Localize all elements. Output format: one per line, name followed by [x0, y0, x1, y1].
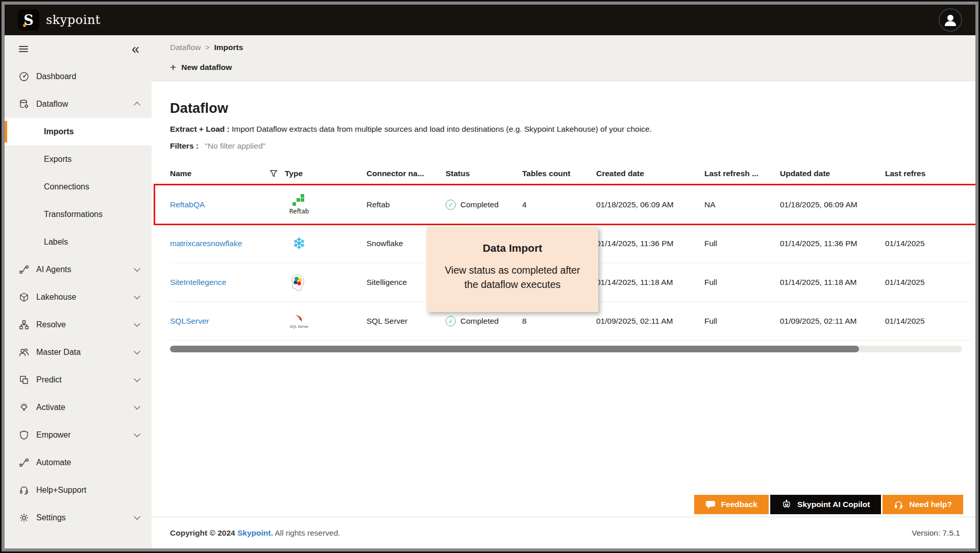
sidebar-item-settings[interactable]: Settings [5, 504, 152, 532]
dataflow-link[interactable]: SQLServer [170, 317, 209, 325]
overlap-squares-icon [18, 375, 29, 386]
last-refresh-date: 01/14/2025 [885, 317, 971, 326]
created-date: 01/14/2025, 11:18 AM [596, 278, 704, 287]
last-refresh-date: 01/14/2025 [885, 239, 971, 248]
lightbulb-icon [18, 402, 29, 413]
table-row[interactable]: ReftabQA Reftab [170, 185, 971, 224]
sidebar-item-transformations[interactable]: Transformations [5, 201, 152, 228]
column-header-last-refresh-date[interactable]: Last refres [885, 169, 971, 178]
dataflow-table: Name Type Connector na... Status Tables … [170, 162, 971, 352]
sidebar-item-label: Dataflow [36, 100, 68, 109]
page-header: Dataflow > Imports + New dataflow [152, 35, 975, 81]
sidebar-item-label: Lakehouse [36, 293, 76, 302]
logo-dot [23, 24, 26, 27]
copyright-prefix: Copyright © 2024 [170, 528, 237, 537]
filters-label: Filters : [170, 141, 199, 150]
created-date: 01/14/2025, 11:36 PM [596, 239, 704, 248]
tooltip-body: View status as completed after the dataf… [440, 263, 585, 292]
sidebar-item-dashboard[interactable]: Dashboard [5, 63, 152, 90]
sidebar-item-label: Imports [44, 127, 74, 136]
sidebar-item-imports[interactable]: Imports [5, 118, 152, 146]
chevron-down-icon [134, 265, 140, 272]
last-refresh-type: Full [704, 239, 780, 248]
dataflow-link[interactable]: SiteIntellegence [170, 278, 226, 286]
tooltip-title: Data Import [483, 242, 543, 254]
column-header-tables-count[interactable]: Tables count [522, 169, 596, 178]
filters-value: "No filter applied" [205, 141, 265, 150]
breadcrumb: Dataflow > Imports [152, 35, 975, 55]
filters-line: Filters : "No filter applied" [170, 141, 975, 151]
column-header-created-date[interactable]: Created date [596, 169, 704, 178]
copyright-suffix: All rights reserved. [273, 528, 340, 537]
breadcrumb-imports: Imports [214, 43, 243, 52]
page-title: Dataflow [170, 101, 975, 116]
hamburger-menu-icon[interactable] [18, 44, 29, 54]
chevron-down-icon [134, 513, 140, 520]
people-icon [18, 347, 29, 358]
feedback-button[interactable]: Feedback [694, 495, 769, 514]
sidebar-item-connections[interactable]: Connections [5, 173, 152, 201]
reftab-logo: Reftab [285, 194, 313, 215]
skypoint-logo-icon: S [18, 9, 39, 31]
column-header-updated-date[interactable]: Updated date [780, 169, 885, 178]
updated-date: 01/09/2025, 02:11 AM [780, 317, 885, 326]
completed-check-icon: ✓ [446, 200, 456, 210]
description-rest: Import Dataflow extracts data from multi… [230, 125, 652, 133]
sidebar-item-automate[interactable]: Automate [5, 449, 152, 476]
sidebar-item-help-support[interactable]: Help+Support [5, 476, 152, 504]
scrollbar-thumb[interactable] [170, 346, 859, 352]
need-help-label: Need help? [909, 500, 952, 509]
skypoint-footer-link[interactable]: Skypoint. [237, 528, 273, 537]
status-label: Completed [460, 200, 499, 209]
sidebar-item-dataflow[interactable]: Dataflow [5, 90, 152, 118]
breadcrumb-dataflow[interactable]: Dataflow [170, 43, 201, 52]
horizontal-scrollbar[interactable] [170, 346, 962, 352]
sidebar-item-label: Connections [44, 182, 89, 191]
database-icon [18, 99, 29, 110]
chevron-down-icon [134, 348, 140, 354]
data-import-tooltip: Data Import View status as completed aft… [427, 227, 598, 312]
dataflow-link[interactable]: ReftabQA [170, 200, 205, 209]
connector-name: SQL Server [366, 317, 446, 326]
dataflow-link[interactable]: matrixcaresnowflake [170, 239, 242, 248]
feedback-label: Feedback [721, 500, 758, 509]
sidebar-item-exports[interactable]: Exports [5, 146, 152, 173]
need-help-button[interactable]: Need help? [883, 495, 963, 514]
description-bold: Extract + Load : [170, 125, 230, 133]
sidebar: « Dashboard Dataflow Imports Exports [5, 35, 152, 548]
copyright-text: Copyright © 2024 Skypoint. All rights re… [170, 528, 340, 538]
column-header-last-refresh-type[interactable]: Last refresh ... [704, 169, 780, 178]
headset-icon [18, 485, 29, 496]
column-header-name[interactable]: Name [170, 169, 191, 178]
sidebar-item-empower[interactable]: Empower [5, 421, 152, 449]
skypoint-ai-copilot-button[interactable]: Skypoint AI Copilot [770, 495, 881, 514]
column-header-type[interactable]: Type [285, 169, 366, 178]
updated-date: 01/18/2025, 06:09 AM [780, 200, 885, 209]
sidebar-item-label: Predict [36, 375, 62, 384]
window-frame: S skypoint « Dashboard [0, 0, 980, 553]
created-date: 01/18/2025, 06:09 AM [596, 200, 704, 209]
status-cell: ✓ Completed [446, 316, 522, 326]
person-icon [943, 12, 958, 28]
updated-date: 01/14/2025, 11:18 AM [780, 278, 885, 287]
connector-name: Reftab [366, 200, 446, 209]
new-dataflow-button[interactable]: + New dataflow [170, 62, 232, 73]
sidebar-item-ai-agents[interactable]: AI Agents [5, 256, 152, 283]
column-header-status[interactable]: Status [446, 169, 522, 178]
sidebar-item-lakehouse[interactable]: Lakehouse [5, 283, 152, 311]
column-header-connector[interactable]: Connector na... [366, 169, 446, 178]
sidebar-item-resolve[interactable]: Resolve [5, 311, 152, 339]
breadcrumb-separator: > [205, 43, 209, 52]
sidebar-item-master-data[interactable]: Master Data [5, 339, 152, 366]
sidebar-collapse-icon[interactable]: « [132, 42, 139, 56]
sidebar-item-activate[interactable]: Activate [5, 394, 152, 421]
sidebar-item-labels[interactable]: Labels [5, 228, 152, 256]
chevron-down-icon [134, 375, 140, 382]
robot-icon [781, 499, 792, 510]
user-avatar[interactable] [939, 8, 962, 32]
sidebar-item-label: AI Agents [36, 265, 71, 274]
cube-icon [18, 292, 29, 303]
sidebar-item-predict[interactable]: Predict [5, 366, 152, 394]
flow-chart-icon [18, 265, 29, 275]
filter-funnel-icon[interactable] [270, 170, 278, 178]
